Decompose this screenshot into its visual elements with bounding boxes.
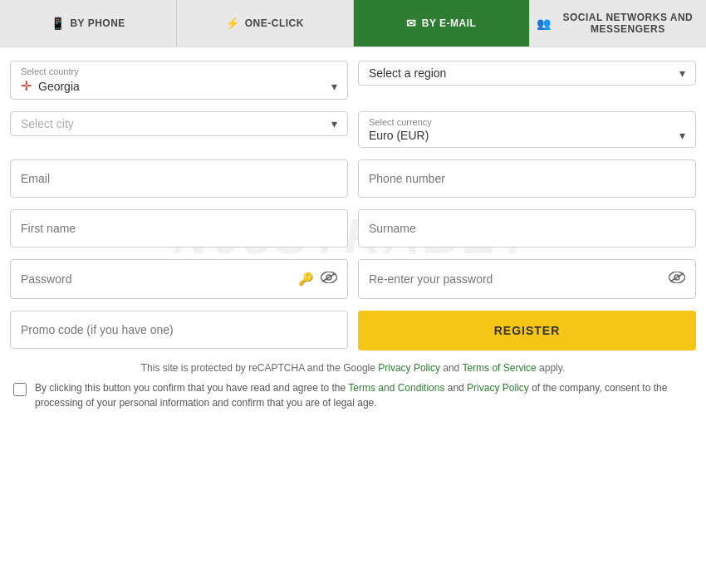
georgia-flag-icon: ✛ (21, 78, 32, 94)
email-input[interactable] (21, 172, 337, 185)
currency-col: Select currency Euro (EUR) ▾ (358, 111, 696, 148)
surname-wrapper (358, 209, 696, 247)
row-passwords: 🔑 (10, 259, 696, 299)
register-col: REGISTER (358, 311, 696, 350)
region-wrapper: Select a region ▾ (358, 61, 696, 86)
key-icon: 🔑 (298, 272, 314, 287)
country-wrapper: Select country ✛ Georgia ▾ (10, 61, 348, 100)
region-col: Select a region ▾ (358, 61, 696, 100)
currency-wrapper: Select currency Euro (EUR) ▾ (358, 111, 696, 148)
currency-field-inner: Euro (EUR) ▾ (369, 129, 685, 142)
city-wrapper: Select city ▾ (10, 111, 348, 136)
currency-select[interactable]: Euro (EUR) (369, 129, 673, 142)
promo-wrapper (10, 311, 348, 349)
promo-col (10, 311, 348, 350)
city-chevron-icon: ▾ (331, 117, 337, 130)
firstname-col (10, 209, 348, 247)
registration-form: N08STRABET Select country ✛ Georgia ▾ Se… (0, 47, 706, 424)
email-wrapper (10, 159, 348, 198)
city-col: Select city ▾ (10, 111, 348, 148)
terms-service-link[interactable]: Terms of Service (462, 362, 536, 374)
reenter-input[interactable] (369, 272, 662, 286)
currency-label: Select currency (369, 117, 685, 127)
row-name-surname (10, 209, 696, 247)
register-button[interactable]: REGISTER (358, 311, 696, 350)
terms-conditions-link[interactable]: Terms and Conditions (348, 382, 444, 394)
country-select[interactable]: Georgia (38, 80, 325, 93)
tab-by-email[interactable]: ✉ BY E-MAIL (354, 0, 531, 47)
surname-col (358, 209, 696, 247)
password-eye-icon[interactable] (321, 272, 337, 287)
consent-checkbox[interactable] (13, 383, 27, 396)
city-field-inner: Select city ▾ (21, 117, 337, 130)
password-col: 🔑 (10, 259, 348, 299)
region-chevron-icon: ▾ (679, 66, 685, 80)
region-field-inner: Select a region ▾ (369, 66, 685, 80)
row-city-currency: Select city ▾ Select currency Euro (EUR)… (10, 111, 696, 148)
tab-one-click[interactable]: ⚡ ONE-CLICK (177, 0, 354, 47)
row-country-region: Select country ✛ Georgia ▾ Select a regi… (10, 61, 696, 100)
password-input[interactable] (21, 272, 292, 286)
phone-input[interactable] (369, 172, 685, 185)
reenter-eye-icon[interactable] (669, 272, 685, 287)
phone-col (358, 159, 696, 198)
reenter-wrapper (358, 259, 696, 299)
phone-wrapper (358, 159, 696, 198)
consent-row: By clicking this button you confirm that… (10, 380, 696, 410)
firstname-wrapper (10, 209, 348, 247)
lightning-icon: ⚡ (225, 17, 240, 30)
country-field-inner: ✛ Georgia ▾ (21, 78, 337, 94)
email-col (10, 159, 348, 198)
row-promo-register: REGISTER (10, 311, 696, 350)
reenter-col (358, 259, 696, 299)
tab-by-phone[interactable]: 📱 BY PHONE (0, 0, 177, 47)
email-icon: ✉ (406, 17, 417, 30)
tab-bar: 📱 BY PHONE ⚡ ONE-CLICK ✉ BY E-MAIL 👥 SOC… (0, 0, 706, 47)
currency-chevron-icon: ▾ (679, 129, 685, 142)
country-label: Select country (21, 66, 337, 76)
surname-input[interactable] (369, 222, 685, 235)
country-col: Select country ✛ Georgia ▾ (10, 61, 348, 100)
phone-icon: 📱 (51, 17, 66, 30)
firstname-input[interactable] (21, 222, 337, 235)
country-chevron-icon: ▾ (331, 80, 337, 93)
region-select[interactable]: Select a region (369, 66, 673, 80)
password-wrapper: 🔑 (10, 259, 348, 299)
social-icon: 👥 (537, 17, 552, 30)
promo-input[interactable] (21, 323, 337, 336)
row-email-phone (10, 159, 696, 198)
city-select[interactable]: Select city (21, 117, 325, 130)
privacy-policy2-link[interactable]: Privacy Policy (467, 382, 529, 394)
tab-social[interactable]: 👥 SOCIAL NETWORKS AND MESSENGERS (530, 0, 706, 47)
privacy-policy-link[interactable]: Privacy Policy (378, 362, 440, 374)
captcha-notice: This site is protected by reCAPTCHA and … (10, 362, 696, 374)
consent-text: By clicking this button you confirm that… (35, 380, 693, 410)
